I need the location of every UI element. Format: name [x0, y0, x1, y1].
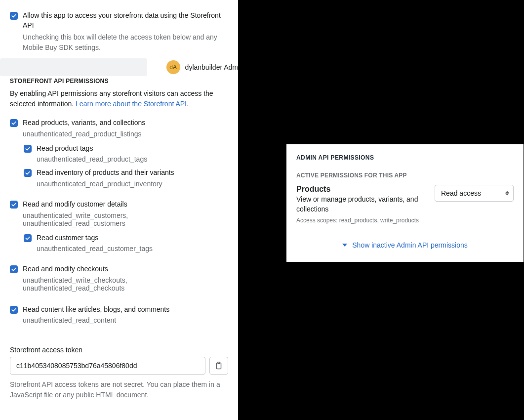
- permission-checkbox[interactable]: [10, 201, 18, 209]
- permission-checkbox[interactable]: [10, 306, 18, 314]
- permission-checkbox[interactable]: [24, 145, 32, 153]
- caret-down-icon: [342, 244, 347, 247]
- perm-scope: unauthenticated_write_customers, unauthe…: [23, 211, 228, 227]
- search-placeholder-area: [0, 58, 147, 76]
- perm-child-scope: unauthenticated_read_product_tags: [37, 155, 228, 163]
- perm-child-label: Read inventory of products and their var…: [37, 168, 228, 178]
- perm-child-scope: unauthenticated_read_customer_tags: [37, 245, 228, 252]
- admin-permission-row: Products View or manage products, varian…: [296, 185, 514, 232]
- check-icon: [11, 13, 17, 19]
- perm-scope: unauthenticated_read_product_listings: [23, 130, 228, 138]
- learn-more-link[interactable]: Learn more about the Storefront API.: [76, 100, 189, 108]
- allow-storefront-label: Allow this app to access your storefront…: [23, 11, 228, 30]
- admin-perm-title: Products: [296, 185, 427, 194]
- token-label: Storefront access token: [0, 337, 238, 357]
- copy-button[interactable]: [209, 357, 228, 375]
- perm-label: Read and modify customer details: [23, 200, 228, 210]
- user-bar: dA dylanbuilder Adm: [0, 58, 238, 76]
- storefront-permissions-desc: By enabling API permissions any storefro…: [0, 84, 238, 109]
- perm-label: Read and modify checkouts: [23, 264, 228, 274]
- check-icon: [25, 146, 31, 152]
- check-icon: [25, 235, 31, 241]
- svg-rect-1: [218, 362, 220, 364]
- check-icon: [11, 202, 17, 208]
- permission-checkbox[interactable]: [10, 265, 18, 273]
- admin-active-subheading: ACTIVE PERMISSIONS FOR THIS APP: [296, 172, 514, 179]
- perm-label: Read products, variants, and collections: [23, 118, 228, 128]
- admin-permissions-heading: ADMIN API PERMISSIONS: [296, 154, 514, 161]
- check-icon: [11, 307, 17, 313]
- admin-perm-desc: View or manage products, variants, and c…: [296, 195, 427, 214]
- check-icon: [25, 170, 31, 176]
- admin-perm-scopes: Access scopes: read_products, write_prod…: [296, 217, 427, 224]
- permission-checkbox[interactable]: [10, 119, 18, 127]
- show-inactive-link[interactable]: Show inactive Admin API permissions: [296, 232, 514, 252]
- allow-storefront-checkbox[interactable]: [10, 12, 18, 20]
- perm-scope: unauthenticated_read_content: [23, 316, 228, 324]
- select-caret-icon: [505, 191, 509, 196]
- token-help: Storefront API access tokens are not sec…: [0, 375, 238, 400]
- username: dylanbuilder Adm: [185, 63, 238, 71]
- check-icon: [11, 120, 17, 126]
- perm-scope: unauthenticated_write_checkouts, unauthe…: [23, 276, 228, 292]
- avatar[interactable]: dA: [166, 60, 180, 74]
- perm-child-label: Read customer tags: [37, 233, 228, 243]
- perm-label: Read content like articles, blogs, and c…: [23, 305, 228, 315]
- check-icon: [11, 266, 17, 272]
- perm-child-scope: unauthenticated_read_product_inventory: [37, 180, 228, 188]
- perm-child-label: Read product tags: [37, 144, 228, 154]
- token-input[interactable]: [10, 357, 205, 375]
- permission-checkbox[interactable]: [24, 169, 32, 177]
- permission-checkbox[interactable]: [24, 234, 32, 242]
- allow-storefront-desc: Unchecking this box will delete the acce…: [23, 32, 228, 53]
- clipboard-icon: [215, 362, 222, 370]
- storefront-permissions-heading: STOREFRONT API PERMISSIONS: [0, 78, 238, 84]
- admin-access-select[interactable]: Read access: [435, 185, 514, 202]
